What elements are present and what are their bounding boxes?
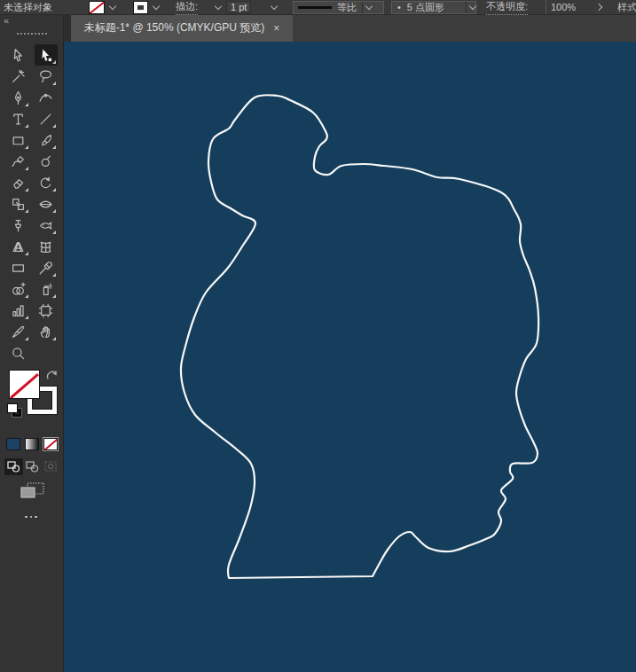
document-tab-bar: 未标题-1* @ 150% (CMYK/GPU 预览) × (64, 14, 636, 42)
paintbrush-icon (38, 133, 53, 148)
slice-icon (11, 324, 26, 340)
eyedropper-tool[interactable] (35, 257, 58, 278)
puppet-warp-icon (11, 218, 26, 233)
free-transform-tool[interactable] (35, 215, 58, 236)
more-options-chevron-right-icon[interactable] (595, 4, 602, 11)
brush-definition-dropdown[interactable]: • 5 点圆形 (391, 1, 476, 14)
change-screen-mode-icon[interactable] (20, 482, 45, 500)
column-graph-tool[interactable] (7, 300, 30, 321)
curvature-icon (38, 90, 53, 105)
blob-brush-tool[interactable] (35, 151, 58, 172)
mesh-icon (38, 239, 53, 254)
canvas-svg (64, 42, 636, 672)
brush-chevron-down-icon (469, 2, 476, 9)
shape-builder-tool[interactable] (7, 278, 30, 300)
brush-bullet-icon: • (397, 2, 401, 12)
profile-chevron-down-icon (365, 2, 373, 9)
rotate-tool[interactable] (35, 172, 58, 193)
hand-tool[interactable] (35, 321, 58, 342)
rectangle-icon (11, 133, 26, 148)
swap-fill-stroke-icon[interactable] (46, 369, 59, 379)
direct-selection-tool[interactable] (35, 44, 58, 66)
eyedropper-icon (38, 261, 53, 276)
rotate-icon (38, 176, 53, 191)
selection-icon (11, 48, 26, 63)
shaper-icon (11, 154, 26, 169)
default-fill-stroke-icon[interactable] (7, 403, 23, 418)
gradient-button[interactable] (25, 438, 39, 450)
paintbrush-tool[interactable] (35, 129, 58, 151)
stroke-weight-input[interactable]: 1 pt (226, 1, 251, 13)
panel-drag-grip[interactable] (17, 33, 47, 35)
lasso-tool[interactable] (35, 66, 58, 87)
none-button[interactable] (43, 438, 58, 450)
width-profile-dropdown[interactable]: 等比 (293, 1, 384, 14)
width-tool[interactable] (35, 193, 58, 215)
pen-icon (11, 90, 26, 105)
puppet-warp-tool[interactable] (7, 215, 30, 236)
eraser-tool[interactable] (7, 172, 30, 193)
mesh-tool[interactable] (35, 236, 58, 257)
perspective-grid-icon (11, 239, 26, 254)
draw-behind-icon[interactable] (23, 458, 42, 475)
stroke-panel-link[interactable]: 描边: (176, 0, 198, 15)
rectangle-tool[interactable] (7, 129, 30, 151)
document-tab[interactable]: 未标题-1* @ 150% (CMYK/GPU 预览) × (71, 14, 293, 42)
control-bar: 未选择对象 描边: 1 pt 等比 • 5 点圆形 不透明度: 100% 样式 (0, 0, 636, 15)
artboard-icon (38, 303, 53, 318)
blob-brush-icon (38, 154, 53, 169)
opacity-link[interactable]: 不透明度: (486, 0, 528, 15)
symbol-sprayer-tool[interactable] (35, 278, 58, 300)
magic-wand-tool[interactable] (7, 66, 30, 87)
zoom-tool[interactable] (7, 342, 30, 363)
shape-builder-icon (11, 282, 26, 297)
fill-proxy-swatch[interactable] (9, 370, 40, 399)
collapse-panel-button[interactable]: « (4, 16, 8, 26)
style-label[interactable]: 样式 (617, 1, 636, 14)
stroke-weight-chevron-down-icon[interactable] (271, 2, 278, 9)
gradient-tool[interactable] (7, 257, 30, 278)
fill-chevron-down-icon[interactable] (109, 2, 116, 9)
width-profile-label: 等比 (337, 1, 357, 14)
selection-status: 未选择对象 (4, 1, 52, 14)
stroke-weight-stepper-icon[interactable] (215, 2, 222, 9)
brush-name-label: 5 点圆形 (407, 1, 444, 14)
type-tool[interactable] (7, 108, 30, 129)
draw-normal-icon[interactable] (4, 458, 23, 475)
stroke-profile-preview-icon (298, 6, 332, 9)
woman-profile-outline-path[interactable] (181, 95, 538, 578)
draw-inside-icon[interactable] (42, 458, 60, 475)
toolbar-tools (4, 44, 59, 363)
type-icon (11, 112, 26, 127)
shaper-tool[interactable] (7, 151, 30, 172)
stroke-color-swatch-icon[interactable] (134, 2, 147, 13)
artboard-tool[interactable] (35, 300, 58, 321)
line-segment-tool[interactable] (35, 108, 58, 129)
fill-none-swatch-icon[interactable] (89, 1, 105, 14)
color-button[interactable] (6, 438, 20, 450)
perspective-grid-tool[interactable] (7, 236, 30, 257)
hand-icon (38, 324, 53, 340)
color-mode-buttons (6, 438, 59, 452)
close-tab-icon[interactable]: × (273, 22, 279, 35)
edit-toolbar-ellipsis-icon[interactable] (25, 514, 39, 520)
scale-tool[interactable] (7, 193, 30, 215)
artboard-canvas[interactable] (64, 42, 636, 672)
selection-tool[interactable] (7, 44, 30, 66)
curvature-tool[interactable] (35, 87, 58, 108)
stroke-chevron-down-icon[interactable] (153, 2, 160, 9)
lasso-icon (38, 69, 53, 84)
symbol-sprayer-icon (38, 282, 53, 297)
fill-stroke-widget (7, 369, 59, 420)
scale-icon (11, 197, 26, 212)
slice-tool[interactable] (7, 321, 30, 342)
gradient-icon (11, 261, 26, 276)
eraser-icon (11, 176, 26, 191)
column-graph-icon (11, 303, 26, 318)
document-tab-title: 未标题-1* @ 150% (CMYK/GPU 预览) (84, 20, 265, 35)
opacity-value-input[interactable]: 100% (551, 2, 576, 12)
tools-panel: « (0, 14, 64, 672)
free-transform-icon (38, 218, 53, 233)
pen-tool[interactable] (7, 87, 30, 108)
zoom-icon (11, 346, 26, 361)
